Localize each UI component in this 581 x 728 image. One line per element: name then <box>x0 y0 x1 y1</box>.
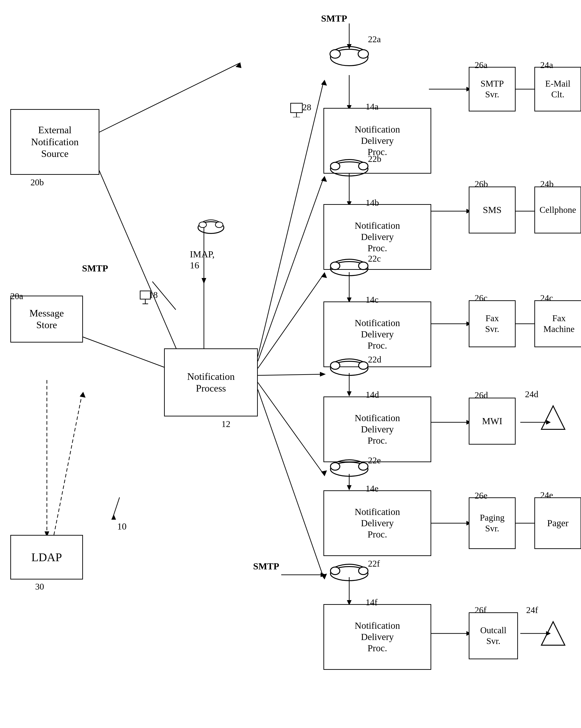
label-24b: 24b <box>540 179 554 189</box>
label-24f: 24f <box>526 605 538 615</box>
handset-22a <box>326 41 372 74</box>
label-14a: 14a <box>366 101 379 112</box>
svg-point-91 <box>330 567 340 575</box>
connector-18 <box>138 289 153 305</box>
sms-box: SMS <box>469 186 516 233</box>
fax-svr-box: FaxSvr. <box>469 300 516 347</box>
triangle-24f <box>539 619 567 648</box>
svg-marker-86 <box>542 406 565 430</box>
svg-marker-5 <box>80 392 86 398</box>
svg-point-85 <box>359 362 368 369</box>
ndp-e-box: NotificationDeliveryProc. <box>324 490 431 556</box>
svg-marker-13 <box>321 80 327 86</box>
svg-point-73 <box>359 162 368 170</box>
svg-point-75 <box>199 222 206 228</box>
label-26c: 26c <box>475 293 488 303</box>
svg-line-20 <box>258 383 324 474</box>
svg-line-10 <box>91 63 239 136</box>
smtp-svr-box: SMTPSvr. <box>469 67 516 111</box>
svg-line-14 <box>258 178 324 361</box>
label-24c: 24c <box>540 293 553 303</box>
triangle-24d <box>539 404 567 432</box>
label-smtp-bottom: SMTP <box>253 561 279 572</box>
svg-point-66 <box>330 50 340 58</box>
message-store-box: MessageStore <box>10 295 83 342</box>
svg-marker-93 <box>542 622 565 645</box>
outcall-svr-box: OutcallSvr. <box>469 612 518 659</box>
svg-line-4 <box>54 394 82 535</box>
svg-point-67 <box>358 50 368 58</box>
label-smtp-top: SMTP <box>321 13 347 24</box>
pager-box: Pager <box>534 497 581 549</box>
label-14f: 14f <box>366 597 378 607</box>
svg-marker-9 <box>201 278 206 284</box>
label-24d-arrow: 24d <box>525 389 538 399</box>
email-clt-box: E-MailClt. <box>534 67 581 111</box>
svg-line-12 <box>258 82 324 357</box>
handset-22b <box>326 155 372 183</box>
svg-rect-80 <box>140 291 150 299</box>
handset-22d <box>326 354 372 383</box>
label-26b: 26b <box>475 179 488 189</box>
svg-marker-19 <box>320 372 326 376</box>
svg-point-89 <box>359 463 368 470</box>
label-14e: 14e <box>366 483 379 494</box>
label-14c: 14c <box>366 294 379 305</box>
svg-marker-55 <box>347 485 352 490</box>
handset-22f <box>326 560 372 588</box>
connector-28 <box>288 99 305 117</box>
cellphone-box: Cellphone <box>534 186 581 233</box>
label-26f: 26f <box>475 605 487 615</box>
label-imap: IMAP,16 <box>190 249 215 271</box>
external-notification-source-box: ExternalNotificationSource <box>10 109 100 175</box>
handset-22c <box>326 255 372 283</box>
paging-svr-box: PagingSvr. <box>469 497 516 549</box>
label-24e: 24e <box>540 490 553 500</box>
svg-point-78 <box>330 262 340 269</box>
label-24a: 24a <box>540 60 553 70</box>
ldap-box: LDAP <box>10 535 83 579</box>
svg-marker-11 <box>236 62 241 68</box>
label-20b: 20b <box>30 177 44 187</box>
arrow-10 <box>108 495 127 525</box>
svg-line-16 <box>258 275 324 368</box>
svg-rect-68 <box>290 103 302 113</box>
label-26d: 26d <box>475 390 488 400</box>
label-20a: 20a <box>10 291 23 301</box>
label-12: 12 <box>221 419 230 429</box>
diagram: ExternalNotificationSource 20b SMTP 22a … <box>0 0 581 728</box>
handset-22e <box>326 455 372 483</box>
svg-marker-95 <box>111 514 116 520</box>
ndp-d-box: NotificationDeliveryProc. <box>324 396 431 462</box>
label-30: 30 <box>35 581 44 592</box>
label-14d: 14d <box>366 389 379 400</box>
svg-point-76 <box>215 222 223 228</box>
fax-machine-box: FaxMachine <box>534 300 581 347</box>
label-26a: 26a <box>475 60 488 70</box>
notification-process-box: NotificationProcess <box>164 348 258 416</box>
label-smtp-middle: SMTP <box>82 263 108 274</box>
imap-connector <box>197 216 225 239</box>
svg-point-72 <box>330 162 340 170</box>
svg-point-84 <box>330 362 340 369</box>
ndp-f-box: NotificationDeliveryProc. <box>324 604 431 670</box>
svg-line-22 <box>258 389 324 577</box>
svg-line-1 <box>73 333 173 371</box>
label-26e: 26e <box>475 490 488 501</box>
svg-line-18 <box>258 374 324 375</box>
label-14b: 14b <box>366 198 379 208</box>
mwi-box: MWI <box>469 398 516 445</box>
svg-point-79 <box>359 262 368 269</box>
svg-point-88 <box>330 463 340 470</box>
svg-point-92 <box>359 567 368 575</box>
svg-marker-53 <box>347 391 352 396</box>
